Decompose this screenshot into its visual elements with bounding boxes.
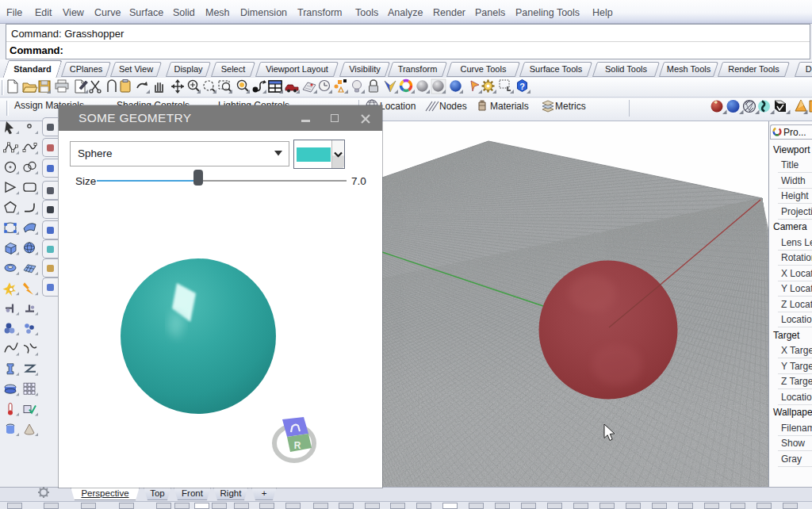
svg-text:R: R — [294, 440, 301, 451]
